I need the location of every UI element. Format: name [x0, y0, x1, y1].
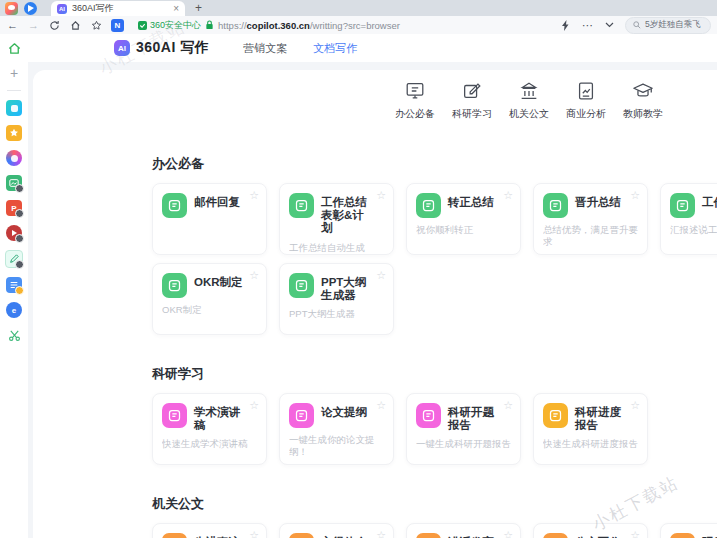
template-card[interactable]: 公文写作 ☆ 公文写作	[533, 523, 648, 538]
template-card[interactable]: 学术演讲稿 ☆ 快速生成学术演讲稿	[152, 393, 267, 465]
favorite-star-icon[interactable]: ☆	[376, 269, 386, 282]
card-subtitle: 总结优势，满足晋升要求	[543, 224, 639, 248]
template-card[interactable]: 邮件回复 ☆	[152, 183, 267, 255]
card-title: 科研进度报告	[575, 403, 627, 432]
template-card[interactable]: 转正总结 ☆ 祝你顺利转正	[406, 183, 521, 255]
template-card[interactable]: 科研开题报告 ☆ 一键生成科研开题报告	[406, 393, 521, 465]
lightning-icon[interactable]	[559, 19, 572, 32]
template-card[interactable]: 晋升总结 ☆ 总结优势，满足晋升要求	[533, 183, 648, 255]
video-tool-icon[interactable]	[6, 225, 22, 241]
card-title: 科研开题报告	[448, 403, 500, 432]
category-teaching[interactable]: 教师教学	[621, 80, 665, 121]
favorite-star-icon[interactable]: ☆	[249, 529, 259, 538]
search-input[interactable]: 5岁娃独自乘飞	[625, 17, 711, 34]
nav-document-writing[interactable]: 文档写作	[313, 41, 357, 56]
template-card[interactable]: 观后感 ☆ 自动生成观后感评价	[660, 523, 717, 538]
nav-marketing-copy[interactable]: 营销文案	[243, 41, 287, 56]
main-area: 办公必备 科研学习 机关公文 商业分析 教师教学 办公必备	[28, 62, 717, 538]
card-title: 论文提纲	[321, 403, 367, 419]
favorites-icon[interactable]	[90, 19, 103, 32]
notes-tool-icon[interactable]	[6, 277, 22, 293]
favorite-star-icon[interactable]: ☆	[249, 399, 259, 412]
template-card[interactable]: 论文提纲 ☆ 一键生成你的论文提纲！	[279, 393, 394, 465]
category-gov-docs[interactable]: 机关公文	[507, 80, 551, 121]
card-subtitle: 汇报述说工作成果	[670, 224, 717, 236]
template-card[interactable]: 讲话发言稿 ☆ 一键生成各种场合下的讲话发言文章	[406, 523, 521, 538]
section-office: 办公必备 邮件回复 ☆ 工作总结表彰&计划 ☆ 工作总结自动生	[33, 155, 717, 335]
category-business[interactable]: 商业分析	[564, 80, 608, 121]
favorite-star-icon[interactable]: ☆	[630, 189, 640, 202]
favorite-star-icon[interactable]: ☆	[376, 529, 386, 538]
card-subtitle: 一键生成你的论文提纲！	[289, 434, 385, 458]
doc-template-icon	[289, 403, 314, 428]
sidebar-app-icon[interactable]	[6, 100, 22, 116]
header-nav: 营销文案 文档写作	[243, 41, 357, 56]
template-card[interactable]: 先进事迹 ☆ 一键生成先进事迹公文报告	[152, 523, 267, 538]
browser-logo-icon[interactable]	[24, 2, 37, 15]
category-label: 办公必备	[395, 107, 435, 121]
category-office[interactable]: 办公必备	[393, 80, 437, 121]
section-research: 科研学习 学术演讲稿 ☆ 快速生成学术演讲稿 论文提纲 ☆ 一键	[33, 365, 717, 465]
favorite-star-icon[interactable]: ☆	[249, 189, 259, 202]
template-card[interactable]: PPT大纲生成器 ☆ PPT大纲生成器	[279, 263, 394, 335]
tab-title: 360AI写作	[72, 2, 168, 15]
scissors-icon[interactable]	[6, 327, 22, 343]
pdf-tool-icon[interactable]: P	[6, 200, 22, 216]
new-tab-button[interactable]: +	[195, 1, 202, 16]
favorite-star-icon[interactable]: ☆	[249, 269, 259, 282]
site-title: 360AI 写作	[136, 39, 209, 57]
favorite-star-icon[interactable]: ☆	[503, 529, 513, 538]
section-title: 机关公文	[152, 495, 717, 513]
doc-template-icon	[670, 533, 695, 538]
category-research[interactable]: 科研学习	[450, 80, 494, 121]
favorite-star-icon[interactable]: ☆	[376, 189, 386, 202]
security-badge[interactable]: 360安全中心	[138, 19, 201, 32]
ai-logo-icon: AI	[114, 40, 130, 56]
section-title: 科研学习	[152, 365, 717, 383]
site-logo[interactable]: AI 360AI 写作	[114, 39, 209, 57]
category-label: 商业分析	[566, 107, 606, 121]
sidebar-add-icon[interactable]: +	[6, 65, 22, 81]
browser-tab[interactable]: AI 360AI写作 ×	[51, 1, 185, 16]
forward-icon[interactable]: →	[27, 19, 40, 32]
favorite-star-icon[interactable]: ☆	[503, 399, 513, 412]
address-bar[interactable]: 360安全中心 https://copilot.360.cn/writting?…	[132, 19, 551, 32]
template-card[interactable]: OKR制定 ☆ OKR制定	[152, 263, 267, 335]
menu-dots-icon[interactable]: ⋯	[581, 19, 594, 32]
image-tool-icon[interactable]	[6, 175, 22, 191]
reload-icon[interactable]	[48, 19, 61, 32]
browser-sidebar: + P e	[0, 34, 29, 538]
template-card[interactable]: 工作总结表彰&计划 ☆ 工作总结自动生成	[279, 183, 394, 255]
home-house-icon[interactable]	[6, 40, 22, 56]
sidebar-divider	[7, 90, 21, 91]
card-title: 邮件回复	[194, 193, 240, 209]
card-title: 讲话发言稿	[448, 533, 500, 538]
template-card[interactable]: 科研进度报告 ☆ 快速生成科研进度报告	[533, 393, 648, 465]
template-card[interactable]: 心得体会 ☆ 帮您快速生成机关单位心得体会材料	[279, 523, 394, 538]
colorful-ring-icon[interactable]	[6, 150, 22, 166]
browser-toolbar: ← → N 360安全中心 https://copilot.360.cn/wri…	[0, 16, 717, 35]
card-subtitle: 祝你顺利转正	[416, 224, 512, 236]
favorite-star-icon[interactable]: ☆	[376, 399, 386, 412]
draw-tool-icon[interactable]	[5, 250, 23, 268]
browser-mascot-icon[interactable]	[5, 2, 18, 15]
doc-template-icon	[416, 403, 441, 428]
card-title: 工作总结表彰&计划	[321, 193, 373, 236]
favorites-star-icon[interactable]	[6, 125, 22, 141]
doc-template-icon	[543, 193, 568, 218]
card-title: 心得体会	[321, 533, 367, 538]
section-gov-docs: 机关公文 先进事迹 ☆ 一键生成先进事迹公文报告 心得体会 ☆	[33, 495, 717, 538]
back-icon[interactable]: ←	[6, 19, 19, 32]
tab-close-icon[interactable]: ×	[173, 4, 179, 14]
chevron-down-icon[interactable]	[603, 19, 616, 32]
favorite-star-icon[interactable]: ☆	[630, 529, 640, 538]
url-text: https://copilot.360.cn/writting?src=brow…	[218, 20, 400, 31]
favorite-star-icon[interactable]: ☆	[630, 399, 640, 412]
doc-template-icon	[416, 193, 441, 218]
template-card[interactable]: 工作汇报 ☆ 汇报述说工作成果	[660, 183, 717, 255]
favorite-star-icon[interactable]: ☆	[503, 189, 513, 202]
category-label: 科研学习	[452, 107, 492, 121]
home-icon[interactable]	[69, 19, 82, 32]
browser-assistant-icon[interactable]: e	[6, 302, 22, 318]
note-extension-icon[interactable]: N	[111, 19, 124, 32]
